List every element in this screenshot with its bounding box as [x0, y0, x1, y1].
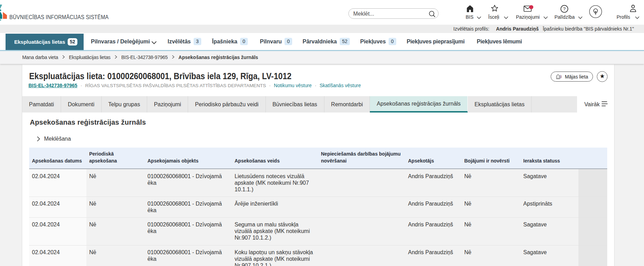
- svg-text:?: ?: [563, 6, 566, 11]
